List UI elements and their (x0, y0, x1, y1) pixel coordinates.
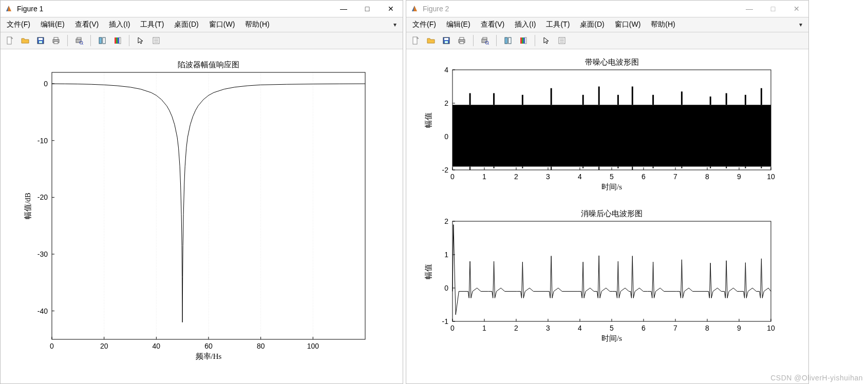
svg-text:100: 100 (307, 342, 319, 350)
menu-desktop[interactable]: 桌面(D) (174, 20, 198, 29)
svg-text:8: 8 (705, 172, 709, 181)
svg-rect-138 (726, 93, 727, 105)
menu-help[interactable]: 帮助(H) (651, 20, 675, 29)
svg-text:7: 7 (673, 172, 677, 181)
print-icon[interactable] (50, 34, 62, 47)
svg-rect-5 (39, 38, 43, 40)
svg-text:10: 10 (767, 172, 775, 181)
noisy-ecg-plot: 012345678910-2024带噪心电波形图时间/s幅值 (406, 49, 809, 201)
svg-rect-71 (508, 37, 511, 44)
menu-window[interactable]: 窗口(W) (615, 20, 641, 29)
link-axes-icon[interactable] (502, 34, 514, 47)
svg-text:3: 3 (546, 324, 550, 332)
svg-text:幅值: 幅值 (424, 112, 432, 128)
svg-text:7: 7 (673, 324, 677, 332)
close-button[interactable]: ✕ (785, 1, 808, 17)
svg-line-13 (82, 44, 83, 45)
print-icon[interactable] (456, 34, 468, 47)
svg-rect-73 (522, 37, 523, 44)
svg-text:6: 6 (641, 324, 646, 332)
svg-text:9: 9 (737, 172, 741, 181)
svg-text:60: 60 (204, 342, 213, 350)
svg-text:频率/Hs: 频率/Hs (196, 352, 222, 360)
menu-view[interactable]: 查看(V) (75, 20, 99, 29)
svg-text:2: 2 (514, 324, 518, 332)
menu-edit[interactable]: 编辑(E) (446, 20, 470, 29)
svg-text:0: 0 (50, 342, 54, 350)
menu-file[interactable]: 文件(F) (412, 20, 436, 29)
close-button[interactable]: ✕ (379, 1, 403, 17)
svg-text:幅值/dB: 幅值/dB (24, 193, 32, 219)
svg-text:时间/s: 时间/s (601, 183, 622, 191)
svg-text:1: 1 (482, 172, 486, 181)
minimize-button[interactable]: — (332, 1, 355, 17)
svg-text:4: 4 (578, 324, 582, 332)
legend-icon[interactable] (150, 34, 162, 47)
svg-rect-130 (632, 87, 633, 105)
svg-rect-137 (710, 167, 711, 168)
save-icon[interactable] (440, 34, 452, 47)
svg-rect-131 (632, 167, 633, 170)
clean-ecg-plot: 012345678910-1012消噪后心电波形图时间/s幅值 (406, 201, 809, 352)
colorbar-icon[interactable] (517, 34, 530, 47)
cursor-icon[interactable] (540, 34, 553, 47)
menu-file[interactable]: 文件(F) (7, 20, 30, 29)
svg-text:-30: -30 (37, 250, 48, 258)
maximize-button[interactable]: □ (761, 1, 785, 17)
menu-help[interactable]: 帮助(H) (245, 20, 269, 29)
svg-text:-1: -1 (442, 317, 449, 325)
open-folder-icon[interactable] (19, 34, 31, 47)
svg-marker-20 (138, 37, 143, 44)
svg-text:3: 3 (546, 172, 550, 181)
svg-rect-58 (413, 37, 417, 44)
menu-overflow-icon[interactable]: ▾ (799, 21, 802, 28)
print-preview-icon[interactable] (479, 34, 491, 47)
minimize-button[interactable]: — (738, 1, 761, 17)
svg-text:2: 2 (514, 172, 518, 181)
menu-insert[interactable]: 插入(I) (515, 20, 536, 29)
colorbar-icon[interactable] (111, 34, 124, 47)
svg-rect-6 (39, 41, 42, 43)
svg-text:0: 0 (44, 80, 48, 88)
menu-desktop[interactable]: 桌面(D) (580, 20, 604, 29)
menu-edit[interactable]: 编辑(E) (41, 20, 65, 29)
open-folder-icon[interactable] (425, 34, 437, 47)
svg-text:5: 5 (610, 324, 614, 332)
new-file-icon[interactable] (409, 34, 422, 47)
title-bar[interactable]: Figure 2 — □ ✕ (406, 1, 808, 17)
svg-text:0: 0 (444, 132, 448, 141)
svg-rect-139 (726, 167, 727, 168)
new-file-icon[interactable] (4, 34, 16, 47)
save-icon[interactable] (34, 34, 47, 47)
title-bar[interactable]: Figure 1 — □ ✕ (1, 1, 403, 17)
svg-text:4: 4 (444, 66, 448, 74)
svg-text:4: 4 (578, 172, 582, 181)
svg-rect-62 (445, 41, 448, 43)
figure-title: Figure 1 (17, 5, 43, 13)
svg-marker-3 (11, 37, 13, 39)
svg-rect-17 (116, 37, 118, 44)
menu-tools[interactable]: 工具(T) (140, 20, 164, 29)
svg-rect-11 (77, 37, 81, 39)
svg-text:-40: -40 (37, 307, 48, 315)
legend-icon[interactable] (556, 34, 568, 47)
svg-rect-120 (522, 95, 523, 105)
menu-tools[interactable]: 工具(T) (546, 20, 570, 29)
print-preview-icon[interactable] (73, 34, 85, 47)
svg-rect-140 (745, 95, 746, 105)
svg-text:带噪心电波形图: 带噪心电波形图 (585, 58, 639, 66)
link-axes-icon[interactable] (96, 34, 108, 47)
matlab-logo-icon (5, 5, 13, 13)
maximize-button[interactable]: □ (355, 1, 379, 17)
svg-rect-122 (551, 88, 552, 105)
menu-view[interactable]: 查看(V) (481, 20, 505, 29)
svg-rect-75 (525, 37, 526, 44)
menu-insert[interactable]: 插入(I) (109, 20, 130, 29)
cursor-icon[interactable] (135, 34, 147, 47)
plot-area: 0204060801000-10-20-30-40陷波器幅值响应图频率/Hs幅值… (1, 49, 403, 383)
menu-window[interactable]: 窗口(W) (209, 20, 235, 29)
menu-overflow-icon[interactable]: ▾ (393, 21, 397, 28)
svg-rect-123 (551, 167, 552, 170)
figure-title: Figure 2 (423, 5, 449, 13)
svg-rect-143 (761, 167, 762, 168)
